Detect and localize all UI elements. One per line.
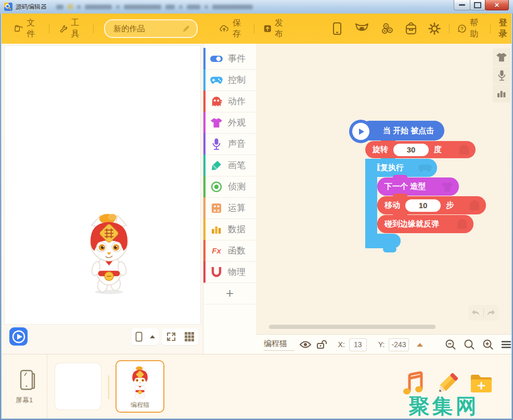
sprite-name-input[interactable]: 编程猫 [264, 339, 294, 351]
file-menu-button[interactable]: 文件 [15, 18, 39, 40]
bar-chart-tab-icon [497, 90, 506, 98]
minimize-button[interactable] [454, 0, 470, 10]
fullscreen-icon[interactable] [166, 332, 176, 342]
y-value-input[interactable]: -243 [389, 338, 408, 351]
magnet-icon [210, 266, 223, 278]
eye-icon [300, 340, 311, 349]
visibility-toggle[interactable] [300, 340, 311, 349]
grid-icon[interactable] [184, 332, 195, 342]
horizontal-scrollbar[interactable] [269, 325, 435, 329]
redo-button[interactable] [484, 309, 499, 316]
undo-redo-group [468, 305, 498, 321]
edit-pencil-icon [182, 24, 190, 33]
sounds-tab[interactable] [493, 67, 510, 84]
gear-icon [428, 22, 441, 35]
category-pen[interactable]: 画笔 [203, 155, 256, 176]
sprite-info-bar: 编程猫 X: 13 Y: -243 [256, 334, 511, 354]
category-motion[interactable]: 动作 [203, 91, 256, 112]
sprite-kitten[interactable] [76, 212, 142, 296]
toolbar-divider [254, 24, 254, 33]
add-category-button[interactable]: + [203, 283, 256, 304]
gamepad-icon [210, 74, 223, 86]
category-looks[interactable]: 外观 [203, 112, 256, 134]
repeat-loop-bottom[interactable] [365, 234, 401, 248]
category-events[interactable]: 事件 [203, 48, 256, 70]
block-move[interactable]: 移动 10 步 [377, 196, 486, 214]
zoom-out-icon [445, 339, 456, 350]
blocks-library-button[interactable] [381, 22, 394, 35]
help-button[interactable]: ? 帮助 [458, 18, 482, 40]
move-value-input[interactable]: 10 [405, 199, 441, 212]
close-button[interactable]: ✕ [485, 0, 509, 10]
project-name-value: 新的作品 [113, 24, 145, 34]
category-physics[interactable]: 物理 [203, 261, 256, 283]
costumes-tab[interactable] [493, 48, 510, 66]
minimize-icon [459, 4, 465, 6]
ghost-icon [210, 95, 223, 108]
data-tab[interactable] [493, 85, 510, 103]
zoom-in-button[interactable] [482, 339, 494, 350]
save-label: 保存 [233, 18, 245, 40]
ghost-watermark-icon [456, 218, 468, 231]
caret-up-icon [150, 335, 155, 339]
code-canvas[interactable]: 当 开始 被点击 旋转 30 度 重复执行 下一个 造型 移动 10 步 [256, 44, 511, 354]
x-label: X: [338, 340, 345, 349]
lock-toggle[interactable] [316, 340, 327, 349]
stage-viewport[interactable] [4, 45, 201, 325]
screens-icon [14, 368, 35, 392]
project-name-input[interactable]: 新的作品 [104, 19, 198, 38]
ghost-watermark-icon [468, 199, 481, 212]
thumbnail-divider [108, 375, 109, 399]
play-triangle-icon [357, 128, 365, 136]
sprite-thumbnail-selected[interactable]: 编程猫 [116, 360, 164, 413]
category-sensing[interactable]: 侦测 [203, 176, 256, 198]
category-operators[interactable]: 运算 [203, 197, 256, 219]
zoom-out-button[interactable] [445, 339, 456, 350]
settings-button[interactable] [428, 22, 441, 35]
unlock-icon [316, 340, 327, 349]
sprite-thumbnail-label: 编程猫 [131, 401, 149, 410]
category-functions[interactable]: Fx 函数 [203, 240, 256, 262]
category-sound[interactable]: 声音 [203, 133, 256, 155]
publish-label: 发布 [275, 18, 287, 40]
cat-mask-icon [355, 23, 369, 34]
mobile-preview-button[interactable] [332, 22, 342, 35]
kitten-community-button[interactable] [355, 23, 369, 34]
canvas-menu-button[interactable] [501, 340, 511, 349]
close-icon: ✕ [494, 2, 499, 9]
orientation-button[interactable] [132, 328, 159, 345]
pen-icon [210, 159, 223, 172]
collapse-panel-button[interactable] [416, 339, 424, 350]
ghost-watermark-icon [458, 144, 470, 156]
undo-button[interactable] [468, 309, 483, 316]
main-toolbar: 文件 工具 新的作品 保存 发布 [2, 14, 511, 44]
toggle-icon [210, 53, 223, 65]
block-palette: 事件 控制 动作 外观 声音 [203, 44, 256, 354]
publish-button[interactable]: 发布 [264, 18, 287, 40]
x-value-input[interactable]: 13 [349, 338, 367, 351]
login-button[interactable]: 登录 [499, 18, 511, 40]
login-label: 登录 [499, 18, 511, 40]
site-watermark: 聚集网 [366, 392, 513, 420]
category-control[interactable]: 控制 [203, 69, 256, 91]
rotate-value-input[interactable]: 30 [393, 144, 429, 156]
zoom-reset-button[interactable] [464, 339, 475, 350]
maximize-button[interactable] [470, 0, 485, 10]
tshirt-tab-icon [496, 53, 507, 62]
screen-tab[interactable]: 屏幕1 [2, 354, 47, 418]
stage-play-button[interactable] [9, 327, 28, 346]
title-bar[interactable]: 源码编辑器 ✕ [0, 0, 513, 14]
block-when-start-clicked[interactable]: 当 开始 被点击 [360, 121, 444, 141]
block-rotate[interactable]: 旋转 30 度 [365, 141, 476, 158]
background-thumbnail[interactable] [55, 363, 101, 410]
molecule-blocks-icon [381, 22, 394, 35]
block-bounce-on-edge[interactable]: 碰到边缘就反弹 [377, 215, 473, 233]
block-next-costume[interactable]: 下一个 造型 [377, 177, 459, 196]
backpack-button[interactable] [405, 22, 417, 35]
script-run-button[interactable] [349, 120, 373, 143]
category-data[interactable]: 数据 [203, 219, 256, 240]
tools-menu-button[interactable]: 工具 [60, 18, 83, 40]
gamepad-watermark-icon [418, 163, 432, 172]
save-button[interactable]: 保存 [220, 18, 245, 40]
main-area: 事件 控制 动作 外观 声音 [2, 44, 511, 354]
